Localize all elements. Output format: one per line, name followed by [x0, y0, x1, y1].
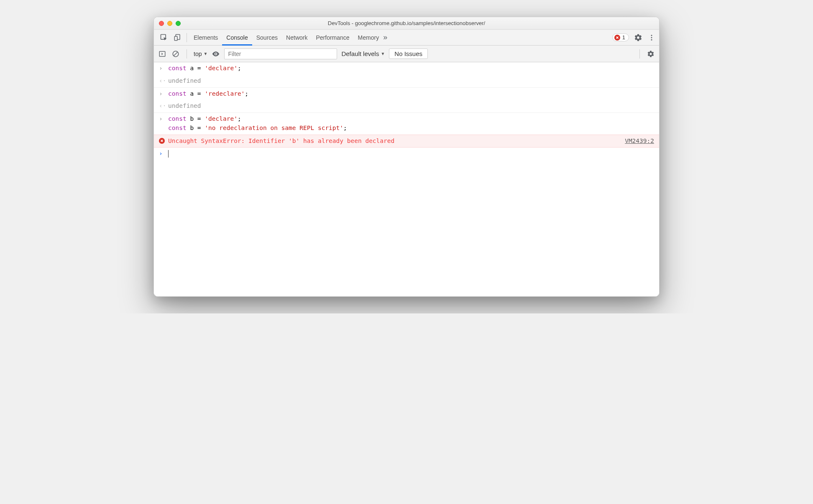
console-result: undefined — [168, 76, 654, 86]
tab-elements[interactable]: Elements — [189, 30, 222, 46]
console-code: const b = 'declare'; const b = 'no redec… — [168, 115, 654, 133]
console-code: const a = 'redeclare'; — [168, 89, 654, 99]
minimize-window-button[interactable] — [167, 21, 172, 26]
console-output: ›const a = 'declare';‹·undefined›const a… — [154, 62, 659, 296]
console-output-row: ‹·undefined — [154, 75, 659, 88]
panel-tabbar: Elements Console Sources Network Perform… — [154, 30, 659, 46]
input-chevron-icon: › — [159, 89, 163, 99]
tab-performance[interactable]: Performance — [312, 30, 353, 46]
tab-sources[interactable]: Sources — [252, 30, 282, 46]
issues-button[interactable]: No Issues — [389, 48, 428, 59]
window-title: DevTools - googlechrome.github.io/sample… — [154, 20, 659, 26]
svg-rect-2 — [174, 36, 177, 41]
inspect-icon[interactable] — [160, 33, 168, 42]
svg-point-8 — [215, 53, 217, 54]
svg-point-3 — [651, 35, 652, 36]
error-message: Uncaught SyntaxError: Identifier 'b' has… — [168, 137, 625, 146]
divider — [187, 33, 187, 42]
sidebar-toggle-icon[interactable] — [158, 50, 166, 58]
device-toolbar-icon[interactable] — [173, 33, 182, 42]
console-input[interactable] — [168, 149, 654, 158]
error-source-link[interactable]: VM2439:2 — [625, 137, 654, 146]
console-input-row: ›const b = 'declare'; const b = 'no rede… — [154, 113, 659, 135]
console-output-row: ‹·undefined — [154, 100, 659, 113]
live-expression-icon[interactable] — [212, 50, 220, 58]
tab-console[interactable]: Console — [222, 30, 252, 46]
more-tabs-icon[interactable]: » — [383, 33, 387, 42]
output-chevron-icon: ‹· — [159, 76, 166, 86]
tab-network[interactable]: Network — [282, 30, 312, 46]
console-toolbar: top ▼ Default levels ▼ No Issues — [154, 46, 659, 62]
svg-point-4 — [651, 37, 652, 38]
close-window-button[interactable] — [159, 21, 164, 26]
context-label: top — [194, 51, 202, 57]
console-code: const a = 'declare'; — [168, 64, 654, 73]
input-chevron-icon: › — [159, 64, 163, 73]
context-selector[interactable]: top ▼ — [194, 51, 207, 57]
tab-memory[interactable]: Memory — [354, 30, 383, 46]
prompt-chevron-icon: › — [159, 149, 163, 158]
console-error-row: Uncaught SyntaxError: Identifier 'b' has… — [154, 135, 659, 148]
svg-point-5 — [651, 39, 652, 40]
filter-input[interactable] — [224, 48, 337, 59]
console-input-row: ›const a = 'declare'; — [154, 62, 659, 75]
traffic-lights — [159, 21, 181, 26]
divider — [187, 49, 187, 59]
chevron-down-icon: ▼ — [381, 51, 385, 56]
settings-icon[interactable] — [634, 33, 642, 42]
console-result: undefined — [168, 102, 654, 111]
divider — [639, 49, 640, 59]
zoom-window-button[interactable] — [176, 21, 181, 26]
titlebar: DevTools - googlechrome.github.io/sample… — [154, 17, 659, 30]
levels-label: Default levels — [341, 50, 379, 57]
console-prompt-row[interactable]: › — [154, 148, 659, 160]
error-count: 1 — [622, 34, 625, 41]
chevron-down-icon: ▼ — [203, 51, 207, 56]
console-input-row: ›const a = 'redeclare'; — [154, 88, 659, 100]
devtools-window: DevTools - googlechrome.github.io/sample… — [153, 17, 660, 297]
kebab-menu-icon[interactable] — [647, 33, 656, 42]
log-levels-selector[interactable]: Default levels ▼ — [341, 50, 385, 57]
console-settings-icon[interactable] — [647, 50, 655, 58]
clear-console-icon[interactable] — [171, 50, 180, 58]
error-icon — [614, 35, 620, 41]
error-count-badge[interactable]: 1 — [612, 33, 629, 41]
error-icon — [159, 138, 165, 144]
input-chevron-icon: › — [159, 115, 163, 133]
output-chevron-icon: ‹· — [159, 102, 166, 111]
